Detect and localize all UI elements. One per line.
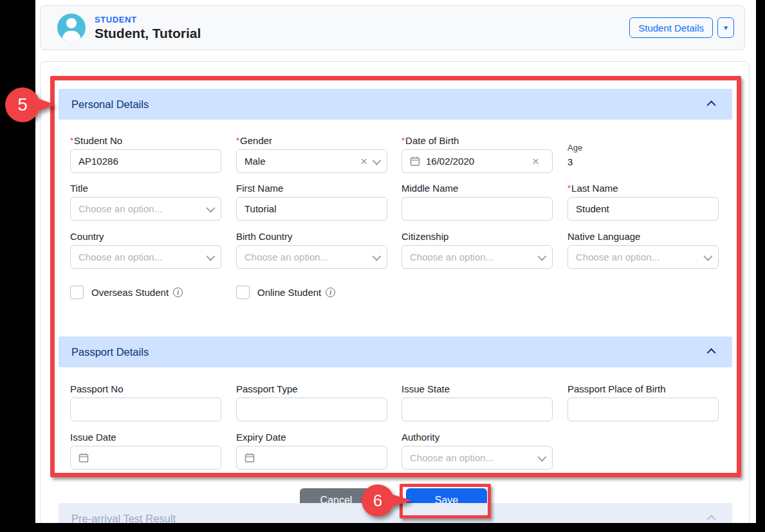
- field-label-text: Gender: [240, 135, 272, 146]
- last-name-input[interactable]: [567, 197, 719, 221]
- field-label: *Student No: [70, 135, 221, 147]
- chevron-down-icon: [703, 252, 712, 261]
- student-details-button[interactable]: Student Details: [629, 17, 713, 38]
- field-label-text: Passport No: [70, 383, 124, 394]
- field-label-text: Native Language: [567, 231, 640, 242]
- field-label: First Name: [236, 183, 387, 194]
- chevron-down-icon: [206, 252, 215, 261]
- field-label-text: Authority: [401, 432, 439, 443]
- field-authority: Authority Choose an option...: [401, 432, 553, 470]
- checkbox-label: Overseas Student: [91, 287, 169, 298]
- field-citizenship: Citizenship Choose an option...: [401, 231, 553, 269]
- form-row: *Student No *Gender Male × *Date of Birt…: [41, 135, 749, 175]
- field-student-no: *Student No: [70, 135, 221, 173]
- birth-country-select[interactable]: Choose an option...: [236, 245, 387, 269]
- field-label-text: Citizenship: [401, 231, 448, 242]
- info-icon: i: [326, 288, 335, 297]
- section-header-pre-arrival-test-result[interactable]: Pre-arrival Test Result: [59, 503, 732, 523]
- country-select[interactable]: Choose an option...: [70, 245, 221, 269]
- checkbox-box[interactable]: [236, 286, 250, 299]
- section-header-passport-details[interactable]: Passport Details: [59, 336, 732, 367]
- citizenship-select[interactable]: Choose an option...: [401, 245, 553, 269]
- issue-state-input[interactable]: [401, 398, 553, 421]
- required-marker: *: [401, 136, 405, 145]
- chevron-down-icon: [372, 252, 381, 261]
- header-titles: STUDENT Student, Tutorial: [95, 15, 629, 41]
- overseas-student-checkbox[interactable]: Overseas Student i: [70, 286, 183, 299]
- form-row: Issue Date Expiry Date Authority Choose …: [41, 432, 749, 472]
- field-label: Citizenship: [401, 231, 553, 243]
- field-age: Age 3: [567, 143, 719, 167]
- field-country: Country Choose an option...: [70, 231, 221, 269]
- authority-select[interactable]: Choose an option...: [401, 446, 553, 470]
- field-label: Authority: [401, 432, 553, 443]
- field-label: Country: [70, 231, 221, 243]
- section-header-personal-details[interactable]: Personal Details: [59, 89, 732, 120]
- native-language-select[interactable]: Choose an option...: [567, 245, 719, 269]
- section-title: Personal Details: [71, 98, 149, 111]
- date-of-birth-input[interactable]: 16/02/2020 ×: [401, 149, 553, 173]
- chevron-up-icon[interactable]: [707, 515, 716, 523]
- form-row: Passport No Passport Type Issue State Pa…: [41, 383, 749, 423]
- first-name-input[interactable]: [236, 197, 387, 221]
- field-label: Title: [70, 183, 221, 194]
- date-value: 16/02/2020: [426, 156, 530, 167]
- gender-select[interactable]: Male ×: [236, 149, 387, 173]
- field-label-text: Country: [70, 231, 104, 242]
- form-row: Title Choose an option... First Name Mid…: [41, 183, 749, 223]
- select-value: Male: [244, 156, 358, 167]
- issue-date-input[interactable]: [70, 446, 221, 470]
- chevron-up-icon[interactable]: [707, 100, 716, 109]
- field-native-language: Native Language Choose an option...: [567, 231, 719, 269]
- field-passport-type: Passport Type: [236, 383, 387, 421]
- field-gender: *Gender Male ×: [236, 135, 387, 173]
- field-expiry-date: Expiry Date: [236, 432, 387, 470]
- field-label-text: Birth Country: [236, 231, 293, 242]
- age-value: 3: [567, 156, 719, 167]
- passport-no-input[interactable]: [70, 398, 221, 421]
- field-label: Issue Date: [70, 432, 221, 443]
- student-no-input[interactable]: [70, 149, 221, 173]
- required-marker: *: [70, 136, 73, 145]
- field-label-text: Expiry Date: [236, 432, 286, 443]
- required-marker: *: [236, 136, 239, 145]
- select-placeholder: Choose an option...: [78, 252, 207, 262]
- field-label: *Date of Birth: [401, 135, 553, 147]
- select-placeholder: Choose an option...: [78, 203, 207, 214]
- field-label: Expiry Date: [236, 432, 387, 443]
- field-label: Middle Name: [401, 183, 553, 194]
- avatar-head-shape: [66, 18, 77, 28]
- annotation-callout-5: 5: [5, 87, 40, 122]
- select-placeholder: Choose an option...: [410, 252, 538, 262]
- title-select[interactable]: Choose an option...: [70, 197, 221, 221]
- field-label-text: Middle Name: [401, 183, 458, 194]
- required-marker: *: [567, 183, 571, 193]
- header-actions: Student Details ▾: [629, 17, 734, 38]
- student-details-dropdown-button[interactable]: ▾: [717, 17, 734, 38]
- field-label-text: Student No: [74, 135, 122, 146]
- calendar-icon: [410, 156, 420, 167]
- expiry-date-input[interactable]: [236, 446, 387, 470]
- clear-icon[interactable]: ×: [532, 155, 539, 167]
- field-label-text: Date of Birth: [405, 135, 459, 146]
- select-placeholder: Choose an option...: [410, 452, 538, 463]
- entity-type-label: STUDENT: [95, 15, 629, 24]
- field-issue-date: Issue Date: [70, 432, 221, 470]
- callout-number: 5: [5, 87, 40, 122]
- field-label: Issue State: [401, 383, 553, 395]
- field-label: *Last Name: [567, 183, 719, 194]
- field-issue-state: Issue State: [401, 383, 553, 421]
- field-label-text: Issue State: [401, 383, 450, 394]
- clear-icon[interactable]: ×: [360, 155, 367, 167]
- field-first-name: First Name: [236, 183, 387, 221]
- select-placeholder: Choose an option...: [244, 252, 373, 262]
- chevron-up-icon[interactable]: [707, 348, 716, 357]
- age-label: Age: [567, 143, 719, 152]
- middle-name-input[interactable]: [401, 197, 553, 221]
- checkbox-box[interactable]: [70, 286, 84, 299]
- passport-place-of-birth-input[interactable]: [567, 398, 719, 421]
- field-birth-country: Birth Country Choose an option...: [236, 231, 387, 269]
- online-student-checkbox[interactable]: Online Student i: [236, 286, 335, 299]
- field-passport-place-of-birth: Passport Place of Birth: [567, 383, 719, 421]
- passport-type-input[interactable]: [236, 398, 387, 421]
